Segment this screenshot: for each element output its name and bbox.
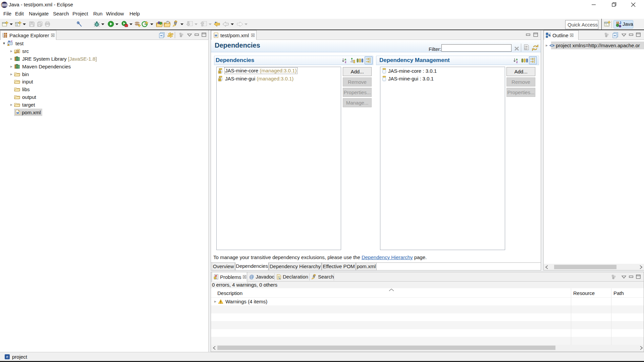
svg-text:J: J: [619, 21, 621, 25]
svg-text:z: z: [345, 60, 346, 63]
svg-text:z: z: [516, 60, 518, 63]
svg-text:J: J: [11, 40, 12, 43]
svg-text:M: M: [16, 111, 19, 115]
svg-text:M: M: [8, 40, 10, 43]
svg-text:M: M: [215, 34, 217, 37]
